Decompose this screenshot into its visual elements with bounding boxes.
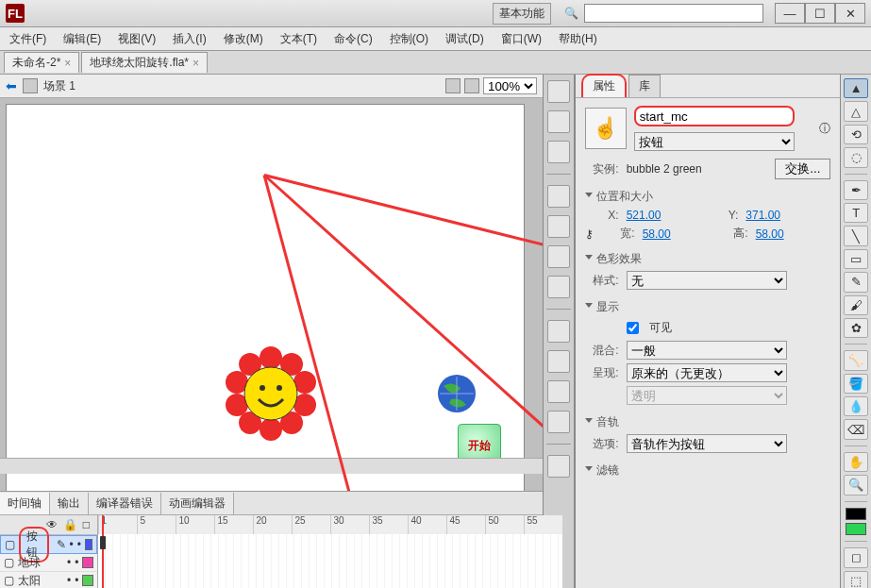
zoom-select[interactable]: 100% [483,77,537,94]
workspace-switcher[interactable]: 基本功能 [493,3,551,25]
tab-close-icon[interactable]: × [193,57,199,70]
eraser-tool[interactable]: ⌫ [844,419,868,439]
horizontal-scrollbar[interactable] [0,458,543,474]
back-arrow-icon[interactable]: ⬅ [6,78,17,93]
paint-bucket-tool[interactable]: 🪣 [844,374,868,394]
dock-icon[interactable] [547,80,570,103]
free-transform-tool[interactable]: ⟲ [844,125,868,144]
frame-ruler[interactable]: 1510152025303540455055 [98,515,562,535]
layer-row[interactable]: ▢ 太阳 •• [0,572,97,588]
menu-insert[interactable]: 插入(I) [169,29,209,49]
menu-text[interactable]: 文本(T) [276,29,321,49]
deco-tool[interactable]: ✿ [844,318,868,338]
instance-name-input[interactable] [634,106,795,126]
lock-icon[interactable]: 🔒 [63,518,75,531]
document-tab[interactable]: 未命名-2*× [4,52,79,73]
dock-icon[interactable] [547,141,570,163]
dock-icon[interactable] [547,411,570,433]
tab-close-icon[interactable]: × [64,57,71,70]
menu-control[interactable]: 控制(O) [386,29,432,49]
render-select[interactable]: 原来的（无更改） [627,363,787,382]
rectangle-tool[interactable]: ▭ [844,249,868,269]
width-value[interactable]: 58.00 [643,227,671,241]
dock-icon[interactable] [547,215,570,238]
info-icon[interactable]: ⓘ [819,121,830,137]
height-value[interactable]: 58.00 [756,227,784,241]
tab-library[interactable]: 库 [628,75,661,97]
tab-motion-editor[interactable]: 动画编辑器 [161,493,234,514]
y-value[interactable]: 371.00 [745,209,780,222]
maximize-button[interactable]: ☐ [805,3,835,24]
visible-checkbox[interactable] [627,322,639,334]
lock-aspect-icon[interactable]: ⚷ [585,227,594,241]
search-icon: 🔍 [564,7,578,20]
edit-symbol-icon[interactable] [464,78,479,93]
swap-button[interactable]: 交换... [775,159,830,179]
menu-edit[interactable]: 编辑(E) [59,29,105,49]
selection-tool[interactable]: ▲ [844,78,868,98]
eyedropper-tool[interactable]: 💧 [844,396,868,416]
layer-name[interactable]: 太阳 [18,573,41,589]
dock-icon[interactable] [547,110,570,133]
sun-graphic[interactable] [224,346,318,441]
dock-icon[interactable] [547,350,570,373]
dock-icon[interactable] [547,245,570,268]
section-position-size[interactable]: 位置和大小 [596,189,653,205]
menu-debug[interactable]: 调试(D) [442,29,488,49]
section-track[interactable]: 音轨 [596,414,619,430]
dock-icon[interactable] [547,320,570,343]
frames-area[interactable]: 1510152025303540455055 [98,515,562,588]
tab-output[interactable]: 输出 [50,493,89,514]
outline-icon[interactable]: □ [80,518,92,531]
menu-file[interactable]: 文件(F) [6,29,50,49]
minimize-button[interactable]: — [775,3,805,24]
zoom-tool[interactable]: 🔍 [844,475,868,495]
layer-name[interactable]: 地球 [18,555,41,571]
keyframe[interactable] [100,536,106,549]
tab-properties[interactable]: 属性 [581,74,627,97]
hand-tool[interactable]: ✋ [844,452,868,472]
earth-graphic[interactable] [434,371,479,416]
line-tool[interactable]: ╲ [844,226,868,245]
text-tool[interactable]: T [844,203,868,223]
symbol-type-select[interactable]: 按钮 [634,132,795,151]
tab-timeline[interactable]: 时间轴 [0,493,50,514]
x-value[interactable]: 521.00 [627,209,662,222]
lasso-tool[interactable]: ◌ [844,147,868,167]
search-input[interactable] [584,4,763,23]
menu-modify[interactable]: 修改(M) [220,29,267,49]
dock-icon[interactable] [547,185,570,208]
section-color-effect[interactable]: 色彩效果 [596,251,642,267]
dock-icon[interactable] [547,276,570,298]
menu-view[interactable]: 视图(V) [114,29,159,49]
menu-window[interactable]: 窗口(W) [497,29,545,49]
stage-area[interactable]: 开始 [0,98,543,491]
menu-help[interactable]: 帮助(H) [555,29,601,49]
section-display[interactable]: 显示 [596,299,619,315]
fill-color[interactable] [846,523,866,535]
tab-compiler-errors[interactable]: 编译器错误 [89,493,161,514]
dock-icon[interactable] [547,455,570,478]
brush-tool[interactable]: 🖌 [844,295,868,315]
document-tab[interactable]: 地球绕太阳旋转.fla*× [81,52,208,73]
subselection-tool[interactable]: △ [844,101,868,121]
track-option-select[interactable]: 音轨作为按钮 [627,434,787,453]
dock-icon[interactable] [547,380,570,403]
stage-canvas[interactable]: 开始 [6,104,525,491]
layer-row[interactable]: ▢ 地球 •• [0,554,97,572]
color-style-select[interactable]: 无 [627,271,787,290]
option-tool[interactable]: ⬚ [844,571,868,588]
eye-icon[interactable]: 👁 [46,518,58,531]
blend-select[interactable]: 一般 [627,341,787,360]
bone-tool[interactable]: 🦴 [844,350,868,370]
pen-tool[interactable]: ✒ [844,180,868,200]
playhead[interactable] [102,515,104,588]
close-button[interactable]: ✕ [835,3,865,24]
edit-scene-icon[interactable] [445,78,461,93]
section-filters[interactable]: 滤镜 [596,462,619,479]
menu-commands[interactable]: 命令(C) [330,29,377,49]
option-tool[interactable]: ◻ [844,547,868,567]
layer-row[interactable]: ▢ 按钮 ✎•• [0,535,97,554]
stroke-color[interactable] [846,508,866,520]
pencil-tool[interactable]: ✎ [844,272,868,292]
